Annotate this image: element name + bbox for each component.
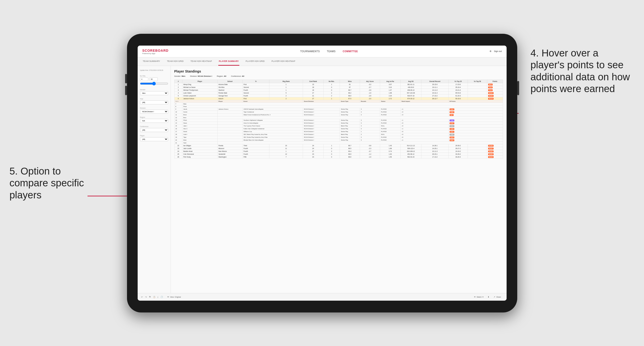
table-row[interactable]: 25 Cole Sherwood Vanderbilt Fourth 12 23… [174,153,503,156]
expanded-col-rank-impact: Rank Impact [400,100,448,103]
col-vs25: Vs Top 25 [448,80,468,83]
footer-copy-icon[interactable]: ⧉ [149,296,151,298]
cell-rank: 26 [174,156,182,158]
table-row[interactable]: 26 Petr Hruby Washington Fifth 7 23 0 68… [174,156,503,158]
exp-points-badge: 67.57 [450,122,454,124]
nav-tournaments[interactable]: TOURNAMENTS [300,50,320,53]
points-badge[interactable]: 38.49 [488,156,494,158]
table-row[interactable]: 3 Michael Thorbjornsen Stanford Fourth 1… [174,89,503,91]
points-badge[interactable]: 68.09 [488,95,494,97]
tab-team-h2h-grid[interactable]: TEAM H2H GRID [166,57,184,66]
tab-player-h2h-grid[interactable]: PLAYER H2H GRID [245,57,265,66]
sidebar-conference-section: Conference (All) [140,126,168,132]
gender-select[interactable]: Men [140,91,168,95]
col-player: Player [182,80,217,83]
cell-no-rds: 2 [323,91,340,94]
table-row[interactable]: 2 Michael La Sasso Ole Miss Second 1 18 … [174,86,503,89]
cell-no-rds: 0 [323,89,340,91]
cell-adj-score: -2.8 [360,89,380,91]
tab-team-summary[interactable]: TEAM SUMMARY [142,57,160,66]
view-original-button[interactable]: 👁 View: Original [165,295,183,299]
cell-avg-sg: 674-33-12 [400,97,421,100]
expanded-data-row: 8 Prest [174,105,503,108]
cell-points[interactable]: 68.09 [487,94,503,97]
points-badge[interactable]: 38.95 [488,153,494,155]
no-rds-min-input[interactable] [140,77,148,81]
no-rds-slider[interactable] [140,82,168,85]
footer-clock-icon[interactable]: 🕐 [160,296,163,298]
cell-points[interactable]: 68.18 [487,97,503,100]
table-row[interactable]: 24 Bastien Amat New Mexico Fourth 1 27 2… [174,150,503,153]
tab-team-h2h-heatmap[interactable]: TEAM H2H HEATMAP [190,57,212,66]
exp-event: Wake Forest Invitational at Pinehurst No… [242,113,303,116]
exp-status: PLAYED [380,119,401,122]
cell-conf-rank: 24 [303,147,323,150]
cell-reg-rank: 1 [270,89,303,91]
conference-select[interactable]: (All) [140,128,168,132]
cell-points[interactable]: 76.3 [487,86,503,89]
footer-export-icon[interactable]: ⬇ [488,296,489,298]
exp-rank-impact: +0 [400,130,448,133]
table-row[interactable]: 4 Luke Claton Florida State Second 5 27 … [174,91,503,94]
points-badge[interactable]: 70.2 [488,89,493,91]
footer-redo-icon[interactable]: ↪ [145,296,147,298]
footer-paste-icon[interactable]: 📋 [153,296,156,298]
player-select[interactable]: (All) [140,137,168,141]
cell-conf-rank: 27 [303,97,323,100]
share-button[interactable]: ↗ Share [492,295,503,299]
cell-points[interactable]: 40.02 [487,150,503,153]
watch-button[interactable]: 👁 Watch ▾ [472,295,486,299]
points-badge[interactable]: 40.02 [488,151,494,152]
table-row[interactable]: 1 Wenyi Ding Arizona State First 1 15 1 … [174,83,503,86]
cell-overall: 28-12-7 [421,97,448,100]
sign-out-link[interactable]: Sign out [494,50,502,52]
cell-yr: First [242,83,269,86]
cell-points[interactable]: 40.27 [487,147,503,150]
table-row[interactable]: 22 Ian Gilligan Florida Third 10 24 1 68… [174,144,503,147]
exp-rounds: 3 [360,108,380,111]
exp-event: Southern Highlands Collegiate [242,119,303,122]
exp-w-points: 25.90 [448,133,503,136]
cell-points[interactable]: 68.2 [487,83,503,86]
points-badge[interactable]: 76.3 [488,86,493,88]
footer-undo-icon[interactable]: ↩ [141,296,143,298]
tab-player-h2h-heatmap[interactable]: PLAYER H2H HEATMAP [271,57,296,66]
points-badge[interactable]: 40.58 [488,145,494,147]
cell-rank: 22 [174,144,182,147]
cell-player: Jackson Koivun [182,97,217,100]
cell-rank: 2 [174,86,182,89]
table-row[interactable]: 23 Jack Lundin Missouri Fourth 11 24 0 6… [174,147,503,150]
cell-player: Michael La Sasso [182,86,217,89]
cell-school: Ole Miss [217,86,242,89]
points-badge[interactable]: 40.27 [488,148,494,150]
cell-points[interactable]: 38.49 [487,156,503,158]
year-select[interactable]: (All) [140,100,168,104]
points-badge[interactable]: 68.18 [488,98,494,100]
cell-points[interactable]: 38.95 [487,153,503,156]
exp-event: Fallen Oak Collegiate Invitational [242,127,303,130]
cell-points[interactable]: 70.2 [487,89,503,91]
tab-player-summary[interactable]: PLAYER SUMMARY [218,57,239,66]
table-row highlighted-row[interactable]: 6 Jackson Koivun Auburn First 2 27 1 67.… [174,97,503,100]
sidebar-gender-section: Gender Men [140,89,168,95]
cell-conf-rank: 15 [303,83,323,86]
exp-name: Bren [182,116,217,119]
no-rds-max-input[interactable] [150,77,158,81]
exp-rank: 21 [174,142,182,144]
table-row[interactable]: 5 Christo Lamprecht Georgia Tech Fourth … [174,94,503,97]
cell-avg-sg: 616-168-12 [400,150,421,153]
points-badge[interactable]: 68.54 [488,92,494,94]
nav-committee[interactable]: COMMITTEE [343,50,358,53]
cell-reg-rank: 1 [270,86,303,89]
cell-points[interactable]: 68.54 [487,91,503,94]
points-badge[interactable]: 68.2 [488,84,493,85]
expanded-col-player: Player [217,100,242,103]
nav-teams[interactable]: TEAMS [327,50,336,53]
region-select[interactable]: N/A [140,119,168,123]
cell-points[interactable]: 40.58 [487,144,503,147]
exp-name: Alex C [182,127,217,130]
cell-vs50 [468,153,487,156]
exp-rank: 14 [174,122,182,125]
division-select[interactable]: NCAA Division I [140,110,168,114]
cell-rank: 1 [174,83,182,86]
